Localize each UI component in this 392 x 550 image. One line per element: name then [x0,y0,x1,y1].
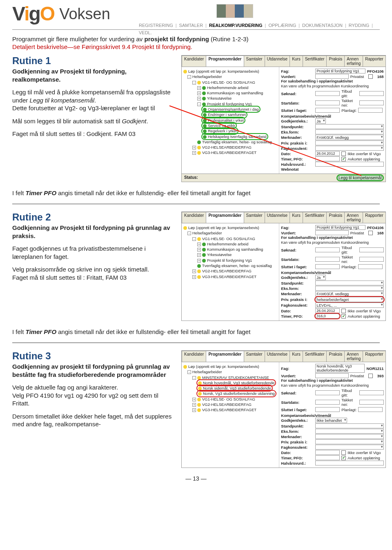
tab-annen[interactable]: Annen erfaring [344,212,363,223]
field-soknad[interactable] [315,247,340,252]
tree-node-selected[interactable]: Prosjekt til fordypning Vg1 [207,258,252,263]
expand-icon[interactable]: + [192,151,196,155]
select-eksform[interactable] [315,286,383,291]
select-merknader[interactable] [315,434,383,439]
expand-icon[interactable]: + [192,403,196,407]
tab-kandidater[interactable]: Kandidater [182,212,206,223]
tree-node[interactable]: VG3-HELSEARBEIDERFAGET [202,274,256,279]
checkbox-privatist[interactable] [368,231,373,235]
tab-annen[interactable]: Annen erfaring [344,56,363,67]
tree-node[interactable]: Yrkesutøvelse [207,96,232,100]
field-vurdert[interactable] [315,373,348,378]
tab-sertifikater[interactable]: Sertifikater [303,56,327,67]
select-eksform[interactable] [315,429,383,434]
expand-icon[interactable]: + [197,259,201,263]
select-privpraksis[interactable] [315,140,383,145]
add-kompetansemaal-button[interactable]: Legg til kompetansemål [337,175,383,180]
select-eksform[interactable] [315,129,383,134]
tab-rapporter[interactable]: Rapporter [363,351,385,362]
tree-node[interactable]: VG3-HELSEARBEIDERFAGET [202,407,256,412]
checkbox-ikkeoverfor[interactable] [341,450,346,455]
tab-praksis[interactable]: Praksis [326,212,345,223]
tree-node[interactable]: Helsefremmende arbeid [207,85,248,90]
field-sluttet[interactable] [315,264,340,269]
select-fagkonsulent[interactable] [315,445,383,450]
expand-icon[interactable]: + [197,97,201,100]
tree-node[interactable]: Norsk, Vg3 studieforberedende utdanning [203,391,275,396]
tab-rapporter[interactable]: Rapporter [363,212,385,223]
select-privpraksis[interactable]: helsearbeiderfaget [315,297,383,302]
field-halvars[interactable] [315,461,383,465]
field-timer[interactable]: 316,0 [315,314,340,318]
tab-praksis[interactable]: Praksis [326,351,345,362]
checkbox-avkortet[interactable]: ✔ [341,314,346,318]
checkbox-avkortet[interactable]: ✔ [341,456,346,460]
tab-kurs[interactable]: Kurs [290,56,303,67]
tab-samtaler[interactable]: Samtaler [244,56,265,67]
tab-utdannelse[interactable]: Utdannelse [265,56,290,67]
select-fagkonsulent[interactable]: LEVDAL, ... [315,303,383,308]
field-timer[interactable] [315,455,340,460]
tab-kurs[interactable]: Kurs [290,212,303,223]
field-planlagt[interactable] [358,108,383,113]
field-planlagt[interactable] [358,407,383,412]
tab-annen[interactable]: Annen erfaring [344,351,363,362]
tree-node[interactable]: VG1-HELSE- OG SOSIALFAG [202,236,255,241]
tree-node[interactable]: Helsefremmende arbeid [207,242,248,246]
expand-icon[interactable]: + [192,408,196,412]
field-takket[interactable] [359,100,384,105]
field-start[interactable] [315,257,340,262]
tree-node[interactable]: VG2-HELSEARBEIDERFAG [202,269,252,273]
expand-icon[interactable]: + [197,253,201,257]
field-fag[interactable]: Norsk hovedmål, Vg3 studieforberedende [315,364,365,373]
tab-samtaler[interactable]: Samtaler [244,212,265,223]
select-privpraksis[interactable] [315,439,383,444]
collapse-icon[interactable]: - [192,376,196,380]
tree-node[interactable]: Norsk sidemål, Vg3 studieforberedende [203,386,271,390]
expand-icon[interactable]: - [187,75,191,79]
field-tilbud[interactable] [359,91,384,96]
field-tilbud[interactable] [359,247,384,252]
field-vurdert[interactable] [315,74,348,79]
field-sluttet[interactable] [315,407,340,412]
field-fag[interactable]: Prosjekt til fordypning Vg1 [315,225,365,230]
select-standpunkt[interactable] [315,423,383,428]
tab-praksis[interactable]: Praksis [326,56,345,67]
select-godkjent[interactable]: Ja [315,118,326,124]
tree-node[interactable]: Helsefagarbeider [192,231,222,235]
expand-icon[interactable]: + [197,243,201,246]
tab-programomrader[interactable]: Programområder [206,212,244,223]
tab-utdannelse[interactable]: Utdannelse [265,212,290,223]
field-dato[interactable] [315,450,340,455]
tab-sertifikater[interactable]: Sertifikater [303,212,327,223]
expand-icon[interactable]: - [192,81,196,85]
field-soknad[interactable] [315,91,340,96]
tab-rapporter[interactable]: Rapporter [363,56,385,67]
field-tilbud[interactable] [359,390,384,395]
expand-icon[interactable]: + [197,86,201,90]
field-start[interactable] [315,400,340,405]
expand-icon[interactable]: - [187,370,191,374]
field-takket[interactable] [359,257,384,262]
expand-icon[interactable]: + [197,91,201,95]
checkbox-privatist[interactable] [368,374,373,378]
field-start[interactable] [315,100,340,105]
select-godkjent[interactable]: Ja [315,275,326,280]
field-takket[interactable] [359,400,384,405]
tab-kandidater[interactable]: Kandidater [182,56,206,67]
select-fagkonsulent[interactable] [315,146,383,151]
tree-node[interactable]: Tverrfaglig eksamen, helse- og sosialfag [202,263,272,268]
tab-sertifikater[interactable]: Sertifikater [303,351,327,362]
tree-node[interactable]: VG2-HELSEARBEIDERFAG [202,402,252,407]
select-standpunkt[interactable] [315,281,383,285]
field-vurdert[interactable] [315,230,348,235]
tree-node[interactable]: Organisering/samfunnet i dag [208,107,259,111]
tree-node[interactable]: VG3-HELSEARBEIDERFAGET [202,150,256,155]
tree-node-selected[interactable]: Prosjekt til fordypning Vg1 [207,102,252,106]
field-soknad[interactable] [315,390,340,395]
select-merknader[interactable]: FAM03/Jf. vedlegg [315,135,383,140]
tab-utdannelse[interactable]: Utdannelse [265,351,290,362]
expand-icon[interactable]: + [192,275,196,279]
tree-node[interactable]: VG1-HELSE- OG SOSIALFAG [202,80,255,85]
field-planlagt[interactable] [358,264,383,269]
